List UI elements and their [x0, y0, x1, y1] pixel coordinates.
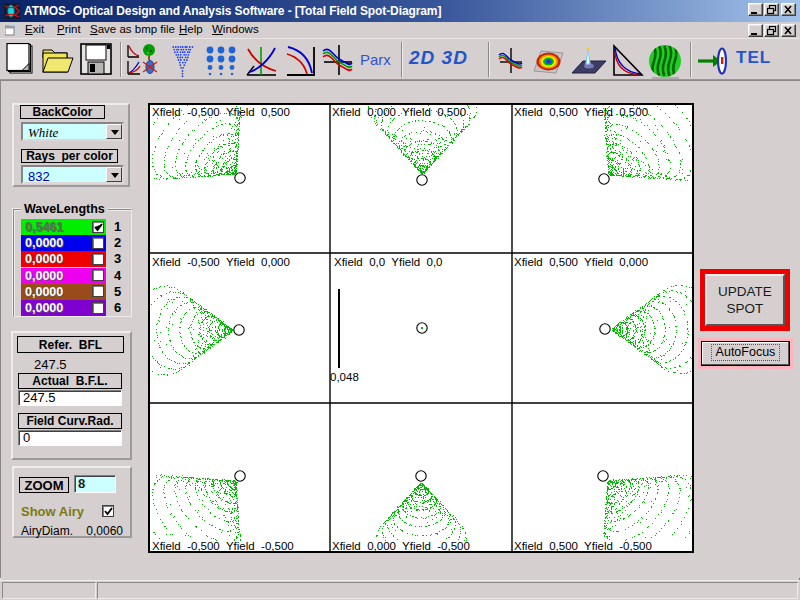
svg-text:Xfield -0,500 Yfield 0,500: Xfield -0,500 Yfield 0,500 — [152, 106, 290, 118]
svg-text:0,048: 0,048 — [330, 371, 359, 383]
svg-text:Xfield 0,000 Yfield 0,500: Xfield 0,000 Yfield 0,500 — [332, 106, 466, 118]
svg-text:Xfield 0,000 Yfield -0,500: Xfield 0,000 Yfield -0,500 — [332, 540, 470, 552]
svg-text:Xfield -0,500 Yfield -0,500: Xfield -0,500 Yfield -0,500 — [152, 540, 294, 552]
svg-text:Xfield 0,0 Yfield 0,0: Xfield 0,0 Yfield 0,0 — [334, 256, 442, 268]
svg-text:Xfield 0,500 Yfield -0,500: Xfield 0,500 Yfield -0,500 — [514, 540, 652, 552]
svg-text:Xfield 0,500 Yfield 0,500: Xfield 0,500 Yfield 0,500 — [514, 106, 648, 118]
svg-text:Xfield -0,500 Yfield 0,000: Xfield -0,500 Yfield 0,000 — [152, 256, 290, 268]
svg-text:Xfield 0,500 Yfield 0,000: Xfield 0,500 Yfield 0,000 — [514, 256, 648, 268]
